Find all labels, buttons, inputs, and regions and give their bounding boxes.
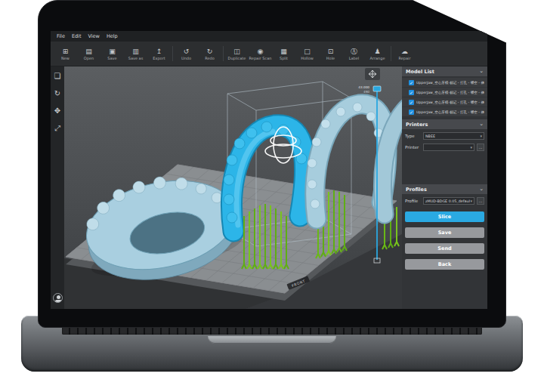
checkbox-checked[interactable]: ✓ [409, 100, 414, 105]
duplicate-icon: ◫ [233, 48, 240, 55]
menu-edit[interactable]: Edit [72, 33, 82, 39]
model-list-header[interactable]: Model List ⌄ [402, 66, 487, 76]
caret-down-icon: ▾ [470, 145, 472, 150]
printer-more-button[interactable]: ... [477, 144, 484, 151]
printer-type-select[interactable]: NBEE ▾ [423, 132, 484, 140]
undo-icon: ↺ [184, 48, 190, 55]
toolbar-duplicate-button[interactable]: ◫ Duplicate [225, 42, 249, 66]
hole-icon: ⊡ [328, 48, 334, 55]
menu-bar: File Edit View Help [51, 31, 487, 42]
action-buttons: Slice Save Send Back [402, 209, 487, 272]
toolbar-separator [223, 46, 224, 61]
app-window: File Edit View Help ⊞ New ▤ Open ▣ Save [51, 31, 487, 309]
redo-icon: ↻ [207, 48, 213, 55]
repair-scan-icon: ◉ [258, 48, 264, 55]
model-list-item[interactable]: ✓ UpperJaw_空心牙模-标记 - 打孔 - 镂空 - 修 [402, 88, 487, 97]
toolbar-new-button[interactable]: ⊞ New [54, 42, 77, 66]
toolbar-open-button[interactable]: ▤ Open [77, 42, 100, 66]
toolbar-repair-button[interactable]: ☁ Repair [393, 42, 416, 66]
repair-icon: ☁ [401, 48, 408, 55]
rotate-icon[interactable]: ↻ [54, 90, 60, 97]
toolbar-hollow-button[interactable]: □ Hollow [295, 42, 319, 66]
toolbar-split-button[interactable]: ▦ Split [272, 42, 295, 66]
export-icon: ↥ [156, 48, 162, 55]
laptop-lid: File Edit View Help ⊞ New ▤ Open ▣ Save [38, 0, 506, 328]
profile-label: Profile [405, 199, 421, 203]
caret-down-icon: ▾ [470, 199, 472, 203]
type-label: Type [405, 134, 421, 138]
arrange-icon: ♟ [374, 48, 380, 55]
slider-handle[interactable] [373, 86, 381, 91]
printers-header[interactable]: Printers ⌄ [402, 119, 487, 129]
printer-select[interactable]: ▾ [423, 144, 474, 151]
profile-more-button[interactable]: ... [477, 197, 484, 205]
split-icon: ▦ [280, 48, 287, 55]
new-file-icon: ⊞ [63, 48, 69, 55]
save-button[interactable]: Save [405, 227, 484, 238]
checkbox-checked[interactable]: ✓ [409, 110, 414, 115]
toolbar-label-button[interactable]: Ⓐ Label [342, 42, 366, 66]
scale-icon[interactable]: ⤢ [54, 125, 60, 132]
chevron-down-icon[interactable]: ⌄ [479, 122, 484, 127]
send-button[interactable]: Send [405, 243, 484, 254]
checkbox-checked[interactable]: ✓ [409, 90, 414, 95]
laptop-mockup: File Edit View Help ⊞ New ▤ Open ▣ Save [0, 0, 544, 392]
model-list-item[interactable]: ✓ UpperJaw_空心牙模-标记 - 打孔 - 镂空 - 修 [402, 107, 487, 116]
toolbar-repair-scan-button[interactable]: ◉ Repair Scan [249, 42, 272, 66]
laptop-trackpad-notch [208, 336, 336, 344]
label-icon: Ⓐ [351, 48, 357, 55]
left-tool-strip: ❏ ↻ ✥ ⤢ [51, 66, 64, 309]
toolbar-separator [172, 46, 173, 61]
menu-file[interactable]: File [57, 33, 65, 39]
import-model-icon[interactable]: ❏ [54, 73, 61, 80]
save-as-icon: ▥ [132, 48, 139, 55]
toolbar-hole-button[interactable]: ⊡ Hole [319, 42, 342, 66]
menu-help[interactable]: Help [107, 33, 118, 39]
caret-down-icon: ▾ [480, 134, 482, 138]
slider-max: 490 [363, 90, 369, 94]
profiles-header[interactable]: Profiles ⌄ [402, 184, 487, 194]
chevron-down-icon[interactable]: ⌄ [479, 69, 484, 74]
back-button[interactable]: Back [405, 259, 484, 270]
toolbar-separator [391, 46, 391, 61]
menu-view[interactable]: View [88, 33, 99, 39]
viewport-canvas[interactable]: FRONT [64, 66, 402, 309]
profile-select[interactable]: zMUD-BDGE 0.05_default ▾ [423, 197, 474, 205]
model-list-item[interactable]: ✓ UpperJaw_空心牙模-标记 - 打孔 - 镂空 - 修 [402, 97, 487, 106]
move-control[interactable] [365, 68, 380, 80]
model-list: ✓ UpperJaw_空心牙模-标记 - 打孔 - 镂空 - 修 ✓ Upper… [402, 76, 487, 119]
slider-value: 43.000 [358, 85, 369, 89]
toolbar-redo-button[interactable]: ↻ Redo [198, 42, 221, 66]
toolbar: ⊞ New ▤ Open ▣ Save ▥ Save as ↥ Export [51, 42, 487, 66]
save-icon: ▣ [109, 48, 116, 55]
checkbox-checked[interactable]: ✓ [409, 80, 414, 85]
printer-label: Printer [405, 145, 421, 150]
toolbar-save-button[interactable]: ▣ Save [100, 42, 124, 66]
open-folder-icon: ▤ [85, 48, 92, 55]
chevron-down-icon[interactable]: ⌄ [479, 187, 484, 192]
move-icon[interactable]: ✥ [54, 107, 60, 115]
toolbar-export-button[interactable]: ↥ Export [147, 42, 171, 66]
toolbar-save-as-button[interactable]: ▥ Save as [124, 42, 147, 66]
hollow-icon: □ [304, 48, 311, 55]
model-list-item[interactable]: ✓ UpperJaw_空心牙模-标记 - 打孔 - 镂空 - 修 [402, 78, 487, 87]
toolbar-arrange-button[interactable]: ♟ Arrange [366, 42, 389, 66]
right-panel: Model List ⌄ ✓ UpperJaw_空心牙模-标记 - 打孔 - 镂… [402, 66, 487, 309]
slice-button[interactable]: Slice [405, 211, 484, 222]
toolbar-undo-button[interactable]: ↺ Undo [175, 42, 198, 66]
user-avatar[interactable] [53, 293, 63, 303]
